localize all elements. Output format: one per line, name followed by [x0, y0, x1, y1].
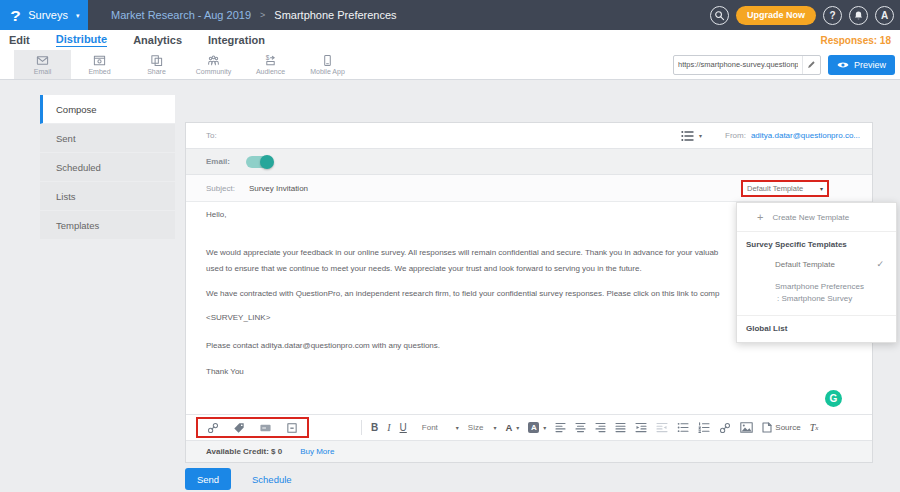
font-dropdown[interactable]: Font ▾: [422, 423, 459, 432]
size-label: Size: [468, 423, 484, 432]
pencil-icon: [807, 60, 816, 69]
channel-community[interactable]: Community: [185, 50, 242, 79]
recipient-list-icon[interactable]: [681, 130, 694, 142]
channel-email[interactable]: Email: [14, 50, 71, 79]
align-left-icon[interactable]: [555, 422, 566, 433]
subject-value[interactable]: Survey Invitation: [249, 184, 308, 193]
channel-share[interactable]: Share: [128, 50, 185, 79]
sidebar-item-compose[interactable]: Compose: [40, 95, 175, 124]
option-label: Smartphone Preferences: [775, 281, 886, 293]
send-button[interactable]: Send: [185, 468, 231, 490]
breadcrumb-separator: >: [260, 10, 265, 20]
source-doc-icon: [762, 422, 772, 433]
source-button[interactable]: Source: [762, 422, 800, 433]
buy-more-link[interactable]: Buy More: [300, 447, 334, 456]
italic-button[interactable]: I: [387, 422, 390, 433]
bg-color-button[interactable]: A ▾: [528, 422, 546, 433]
check-icon: ✓: [876, 259, 884, 269]
chevron-down-icon[interactable]: ▾: [699, 132, 702, 139]
breadcrumb: Market Research - Aug 2019 > Smartphone …: [88, 9, 397, 21]
sidebar-item-templates[interactable]: Templates: [40, 211, 175, 240]
toolbar-divider: [361, 420, 362, 435]
underline-button[interactable]: U: [400, 422, 407, 433]
align-right-icon[interactable]: [595, 422, 606, 433]
svg-text:$: $: [266, 54, 270, 61]
remove-format-button[interactable]: Tx: [810, 422, 819, 433]
remove-format-x: x: [815, 424, 818, 432]
text-color-button[interactable]: A ▾: [505, 422, 519, 433]
schedule-link[interactable]: Schedule: [252, 474, 292, 485]
survey-url-box: [673, 55, 821, 75]
from-email-link[interactable]: aditya.datar@questionpro.co...: [751, 131, 860, 140]
channel-label: Email: [34, 68, 52, 75]
email-toggle-row: Email:: [186, 149, 872, 175]
from-wrap: From: aditya.datar@questionpro.co...: [725, 131, 860, 140]
dropdown-global-list[interactable]: Global List: [737, 316, 896, 342]
avatar[interactable]: A: [875, 6, 894, 25]
responses-count[interactable]: Responses: 18: [820, 35, 900, 46]
channel-embed[interactable]: Embed: [71, 50, 128, 79]
upgrade-now-button[interactable]: Upgrade Now: [736, 6, 816, 25]
surveys-menu[interactable]: ? Surveys ▾: [0, 0, 88, 30]
channel-mobile-app[interactable]: Mobile App: [299, 50, 356, 79]
merge-tag-icon[interactable]: [233, 422, 245, 434]
product-label: Surveys: [28, 9, 68, 21]
link-button-icon[interactable]: [719, 422, 731, 434]
create-new-template-label: Create New Template: [772, 213, 849, 222]
subject-label: Subject:: [206, 184, 235, 193]
tab-distribute[interactable]: Distribute: [56, 33, 107, 47]
indent-icon[interactable]: [635, 422, 647, 433]
survey-url-input[interactable]: [674, 60, 802, 69]
email-card-icon[interactable]: [259, 422, 272, 434]
bg-color-a: A: [528, 422, 539, 433]
sidebar-item-scheduled[interactable]: Scheduled: [40, 153, 175, 182]
template-select[interactable]: Default Template ▾: [741, 180, 829, 197]
chevron-down-icon: ▾: [820, 185, 823, 192]
dropdown-option-default-template[interactable]: Default Template ✓: [737, 253, 896, 274]
channel-label: Mobile App: [310, 68, 345, 75]
help-button[interactable]: ?: [823, 6, 842, 25]
notifications-button[interactable]: [849, 6, 868, 25]
numbered-list-icon[interactable]: [698, 422, 710, 433]
search-button[interactable]: [710, 6, 729, 25]
font-label: Font: [422, 423, 438, 432]
recipient-list-controls: ▾ From: aditya.datar@questionpro.co...: [681, 130, 860, 142]
email-label: Email:: [206, 157, 230, 166]
image-icon[interactable]: [740, 422, 753, 433]
channel-label: Embed: [88, 68, 110, 75]
preview-button[interactable]: Preview: [828, 55, 895, 75]
outdent-icon[interactable]: [656, 422, 668, 433]
size-dropdown[interactable]: Size ▾: [468, 423, 497, 432]
insert-link-icon[interactable]: [207, 422, 219, 434]
align-center-icon[interactable]: [575, 422, 586, 433]
email-toggle[interactable]: [246, 156, 273, 168]
chevron-down-icon: ▾: [543, 424, 546, 431]
bold-button[interactable]: B: [371, 422, 378, 433]
to-row: To: ▾ From: aditya.datar@questionpro.co.…: [186, 123, 872, 149]
tab-integration[interactable]: Integration: [208, 34, 265, 46]
breadcrumb-parent[interactable]: Market Research - Aug 2019: [111, 9, 251, 21]
channel-audience[interactable]: $ Audience: [242, 50, 299, 79]
top-bar: ? Surveys ▾ Market Research - Aug 2019 >…: [0, 0, 900, 30]
sidebar-item-lists[interactable]: Lists: [40, 182, 175, 211]
plus-icon: +: [757, 211, 763, 223]
tab-analytics[interactable]: Analytics: [133, 34, 182, 46]
template-dropdown-menu: + Create New Template Survey Specific Te…: [736, 202, 897, 343]
bullet-list-icon[interactable]: [677, 422, 689, 433]
option-label: Default Template: [775, 260, 835, 269]
tab-edit[interactable]: Edit: [9, 34, 30, 46]
topbar-actions: Upgrade Now ? A: [710, 6, 900, 25]
edit-url-button[interactable]: [802, 56, 820, 74]
align-justify-icon[interactable]: [615, 422, 626, 433]
embed-box-icon[interactable]: [286, 422, 298, 434]
grammarly-g-icon: G: [830, 393, 838, 404]
grammarly-badge[interactable]: G: [825, 390, 842, 407]
create-new-template-item[interactable]: + Create New Template: [737, 203, 896, 232]
toggle-knob: [260, 155, 274, 169]
body-line: Thank You: [206, 366, 852, 378]
bell-icon: [853, 10, 864, 21]
sidebar-item-sent[interactable]: Sent: [40, 124, 175, 153]
credit-row: Available Credit: $ 0 Buy More: [186, 440, 872, 462]
distribute-channel-bar: Email Embed Share Community $ Audienc: [0, 50, 900, 80]
dropdown-option-smartphone-preferences[interactable]: Smartphone Preferences : Smartphone Surv…: [737, 274, 896, 310]
